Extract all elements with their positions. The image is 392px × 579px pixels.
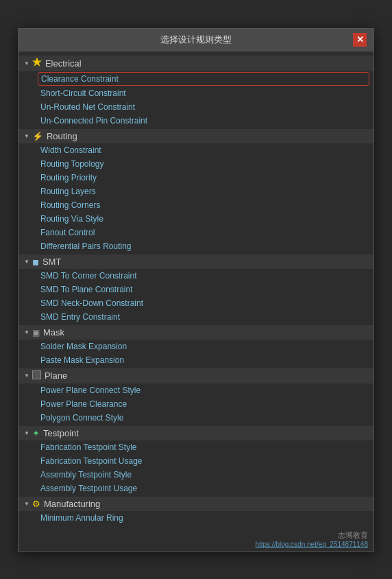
item-testpoint-2[interactable]: Assembly Testpoint Style (19, 468, 373, 482)
item-label: Differential Pairs Routing (40, 241, 132, 251)
item-label: SMD To Plane Constraint (40, 285, 133, 294)
item-routing-0[interactable]: Width Constraint (19, 143, 373, 157)
item-label: Routing Corners (40, 200, 100, 210)
item-label: Routing Priority (40, 173, 97, 182)
item-label: Routing Topology (40, 159, 104, 169)
item-mask-1[interactable]: Paste Mask Expansion (19, 353, 373, 367)
item-label: Minimum Annular Ring (40, 513, 123, 523)
item-label: Routing Via Style (40, 214, 103, 224)
item-label: Un-Routed Net Constraint (40, 102, 135, 112)
item-plane-2[interactable]: Polygon Connect Style (19, 411, 373, 425)
category-label: Testpoint (43, 428, 79, 438)
item-electrical-3[interactable]: Un-Connected Pin Constraint (19, 114, 373, 128)
item-label: Paste Mask Expansion (40, 355, 124, 365)
watermark-bar: 志博教育 https://blog.csdn.net/eq_2514871148 (19, 528, 373, 551)
item-label: Polygon Connect Style (40, 413, 123, 423)
close-button[interactable]: ✕ (353, 33, 367, 47)
brand-text: 志博教育 (338, 530, 368, 541)
item-label: SMD To Corner Constraint (40, 271, 137, 281)
item-electrical-2[interactable]: Un-Routed Net Constraint (19, 100, 373, 114)
item-smt-1[interactable]: SMD To Plane Constraint (19, 283, 373, 296)
item-smt-0[interactable]: SMD To Corner Constraint (19, 269, 373, 283)
category-label: SMT (42, 257, 61, 267)
item-routing-6[interactable]: Fanout Control (19, 226, 373, 239)
item-routing-7[interactable]: Differential Pairs Routing (19, 239, 373, 253)
item-label: Width Constraint (40, 145, 101, 155)
item-label: Un-Connected Pin Constraint (40, 116, 147, 126)
item-routing-3[interactable]: Routing Layers (19, 185, 373, 198)
category-label: Manufacturing (44, 499, 100, 509)
item-label: SMD Neck-Down Constraint (40, 298, 143, 308)
category-electrical[interactable]: ▼ Electrical (19, 56, 373, 71)
item-label: Short-Circuit Constraint (40, 88, 126, 98)
tri-icon: ▼ (24, 430, 29, 436)
item-electrical-0[interactable]: Clearance Constraint (38, 72, 369, 86)
item-routing-5[interactable]: Routing Via Style (19, 212, 373, 226)
dialog-title: 选择设计规则类型 (39, 34, 353, 46)
category-smt[interactable]: ▼ ◼ SMT (19, 255, 373, 269)
mask-icon: ▣ (32, 327, 40, 338)
url-text: https://blog.csdn.net/eq_2514871148 (255, 541, 368, 548)
category-testpoint[interactable]: ▼ ✦ Testpoint (19, 426, 373, 440)
item-label: Fabrication Testpoint Usage (40, 456, 143, 466)
category-plane[interactable]: ▼ Plane (19, 368, 373, 383)
category-mask[interactable]: ▼ ▣ Mask (19, 325, 373, 340)
item-label: Fabrication Testpoint Style (40, 442, 137, 452)
item-label: Assembly Testpoint Usage (40, 484, 137, 493)
item-label: Routing Layers (40, 187, 96, 196)
item-routing-2[interactable]: Routing Priority (19, 171, 373, 185)
item-label: Power Plane Connect Style (40, 386, 140, 395)
tri-icon: ▼ (24, 329, 29, 335)
item-plane-0[interactable]: Power Plane Connect Style (19, 383, 373, 397)
item-electrical-1[interactable]: Short-Circuit Constraint (19, 86, 373, 100)
electrical-icon (32, 58, 42, 69)
category-label: Plane (45, 370, 67, 381)
item-testpoint-0[interactable]: Fabrication Testpoint Style (19, 440, 373, 454)
item-testpoint-3[interactable]: Assembly Testpoint Usage (19, 482, 373, 495)
item-label: Fanout Control (40, 228, 95, 237)
item-smt-2[interactable]: SMD Neck-Down Constraint (19, 296, 373, 310)
item-testpoint-1[interactable]: Fabrication Testpoint Usage (19, 454, 373, 468)
plane-icon (32, 370, 41, 381)
dialog: 选择设计规则类型 ✕ ▼ Electrical Clearance Constr… (18, 28, 374, 552)
smt-icon: ◼ (32, 257, 39, 267)
item-label: Assembly Testpoint Style (40, 470, 132, 480)
tree-container: ▼ Electrical Clearance ConstraintShort-C… (19, 51, 373, 528)
tri-icon: ▼ (24, 133, 29, 139)
tri-icon: ▼ (24, 259, 29, 265)
category-routing[interactable]: ▼ ⚡ Routing (19, 129, 373, 143)
tri-icon: ▼ (24, 501, 29, 507)
item-label: Clearance Constraint (41, 74, 119, 84)
manufacturing-icon: ⚙ (32, 499, 40, 509)
item-label: SMD Entry Constraint (40, 312, 120, 322)
category-manufacturing[interactable]: ▼ ⚙ Manufacturing (19, 497, 373, 511)
category-label: Mask (43, 327, 64, 338)
item-routing-4[interactable]: Routing Corners (19, 198, 373, 212)
item-routing-1[interactable]: Routing Topology (19, 157, 373, 171)
item-label: Solder Mask Expansion (40, 342, 127, 351)
item-plane-1[interactable]: Power Plane Clearance (19, 397, 373, 411)
testpoint-icon: ✦ (32, 428, 40, 438)
category-label: Routing (47, 131, 77, 141)
tri-icon: ▼ (24, 373, 29, 379)
title-bar: 选择设计规则类型 ✕ (19, 29, 373, 51)
category-label: Electrical (45, 58, 82, 69)
item-smt-3[interactable]: SMD Entry Constraint (19, 310, 373, 324)
routing-icon: ⚡ (32, 131, 43, 141)
item-manufacturing-0[interactable]: Minimum Annular Ring (19, 511, 373, 525)
tri-icon: ▼ (24, 60, 29, 67)
item-label: Power Plane Clearance (40, 399, 127, 409)
item-mask-0[interactable]: Solder Mask Expansion (19, 340, 373, 353)
